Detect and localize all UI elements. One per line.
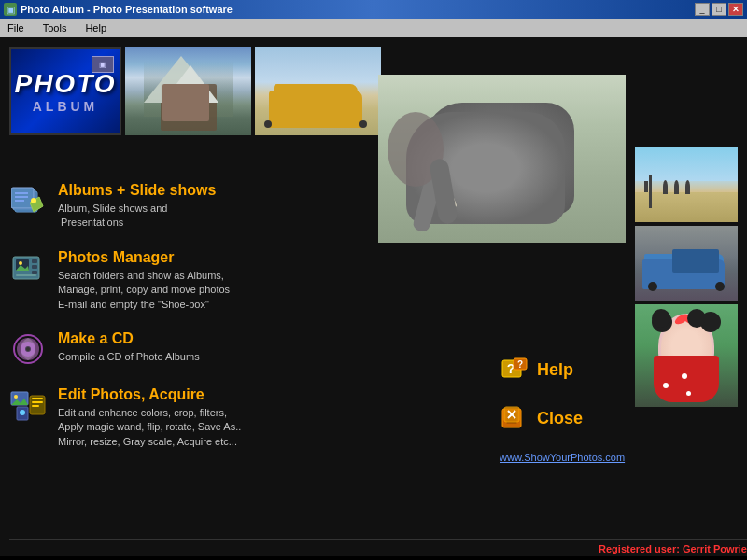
menu-bar: File Tools Help bbox=[0, 19, 747, 37]
menu-help[interactable]: Help bbox=[81, 21, 110, 35]
title-left: ▣ Photo Album - Photo Presentation softw… bbox=[4, 3, 233, 16]
svg-rect-2 bbox=[11, 188, 34, 208]
photos-icon bbox=[9, 249, 47, 287]
help-label: Help bbox=[537, 360, 573, 380]
albums-text: Albums + Slide shows Album, Slide shows … bbox=[58, 182, 439, 231]
status-bar: Registered user: Gerrit Powrie bbox=[9, 539, 747, 556]
cd-icon bbox=[9, 330, 47, 368]
feature-items: Albums + Slide shows Album, Slide shows … bbox=[9, 182, 439, 468]
website-link[interactable]: www.ShowYourPhotos.com bbox=[500, 452, 612, 463]
cd-text: Make a CD Compile a CD of Photo Albums bbox=[58, 330, 439, 364]
logo-photo-text: PHOTO bbox=[14, 69, 116, 99]
svg-rect-27 bbox=[32, 405, 39, 407]
cd-title[interactable]: Make a CD bbox=[58, 330, 439, 347]
feature-cd[interactable]: Make a CD Compile a CD of Photo Albums bbox=[9, 330, 439, 368]
svg-rect-15 bbox=[16, 274, 36, 276]
menu-tools[interactable]: Tools bbox=[39, 21, 71, 35]
app-icon: ▣ bbox=[4, 3, 17, 16]
window-title: Photo Album - Photo Presentation softwar… bbox=[21, 4, 233, 15]
albums-desc: Album, Slide shows and Presentations bbox=[58, 202, 439, 231]
edit-text: Edit Photos, Acquire Edit and enhance co… bbox=[58, 386, 439, 449]
feature-edit[interactable]: Edit Photos, Acquire Edit and enhance co… bbox=[9, 386, 439, 449]
title-bar: ▣ Photo Album - Photo Presentation softw… bbox=[0, 0, 747, 19]
close-label: Close bbox=[537, 409, 583, 428]
window-controls[interactable]: _ □ ✕ bbox=[695, 3, 743, 16]
svg-rect-25 bbox=[32, 398, 43, 399]
svg-point-29 bbox=[20, 410, 25, 415]
feature-albums[interactable]: Albums + Slide shows Album, Slide shows … bbox=[9, 182, 439, 231]
photo-jeep bbox=[255, 47, 381, 135]
photo-mountain bbox=[125, 47, 251, 135]
albums-icon bbox=[9, 182, 47, 219]
action-buttons: ? ? Help Close www.ShowYourPhot bbox=[500, 355, 612, 463]
svg-rect-13 bbox=[32, 265, 37, 269]
main-content: PHOTO ALBUM ▣ bbox=[0, 37, 747, 556]
svg-rect-14 bbox=[32, 271, 37, 274]
photo-beach bbox=[635, 147, 738, 222]
maximize-button[interactable]: □ bbox=[712, 3, 726, 16]
close-icon bbox=[500, 403, 529, 433]
albums-title[interactable]: Albums + Slide shows bbox=[58, 182, 439, 199]
photo-truck bbox=[635, 226, 738, 301]
svg-point-7 bbox=[31, 198, 36, 203]
photos-top-row: PHOTO ALBUM ▣ bbox=[9, 47, 738, 135]
logo-album-text: ALBUM bbox=[33, 99, 99, 114]
svg-rect-12 bbox=[32, 259, 37, 263]
help-button[interactable]: ? ? Help bbox=[500, 355, 612, 385]
cd-desc: Compile a CD of Photo Albums bbox=[58, 350, 439, 364]
menu-file[interactable]: File bbox=[4, 21, 28, 35]
photos-desc: Search folders and show as Albums,Manage… bbox=[58, 269, 439, 312]
svg-point-22 bbox=[14, 395, 18, 399]
logo-small-icon: ▣ bbox=[92, 56, 114, 73]
edit-title[interactable]: Edit Photos, Acquire bbox=[58, 386, 439, 403]
svg-rect-26 bbox=[32, 401, 43, 403]
registered-user: Registered user: Gerrit Powrie bbox=[599, 543, 747, 554]
help-icon: ? ? bbox=[500, 355, 529, 385]
photos-title[interactable]: Photos Manager bbox=[58, 249, 439, 266]
svg-text:?: ? bbox=[517, 359, 523, 370]
edit-desc: Edit and enhance colors, crop, filters,A… bbox=[58, 406, 439, 449]
photos-text: Photos Manager Search folders and show a… bbox=[58, 249, 439, 312]
photo-minnie bbox=[635, 304, 738, 407]
close-window-button[interactable]: ✕ bbox=[728, 3, 743, 16]
app-logo: PHOTO ALBUM ▣ bbox=[9, 47, 121, 135]
svg-point-10 bbox=[19, 261, 22, 265]
feature-photos[interactable]: Photos Manager Search folders and show a… bbox=[9, 249, 439, 312]
edit-icon bbox=[9, 386, 47, 424]
photos-right-column bbox=[635, 147, 738, 407]
minimize-button[interactable]: _ bbox=[695, 3, 710, 16]
close-button[interactable]: Close bbox=[500, 403, 612, 433]
